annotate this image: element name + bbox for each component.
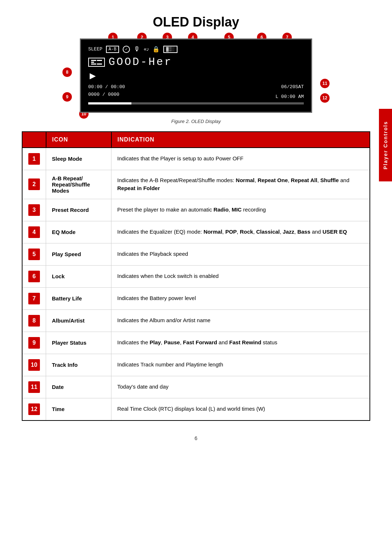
row-number-cell: 5	[22, 243, 46, 265]
table-header-icon: ICON	[46, 132, 111, 148]
music-waves: «♪	[144, 46, 149, 52]
row-badge-2: 2	[28, 178, 40, 190]
oled-display-body: SLEEP A-B ✓ 🎙 «♪ 🔒 ▓▒░	[80, 38, 312, 113]
row-number-cell: 7	[22, 287, 46, 309]
row-indication-cell: Real Time Clock (RTC) displays local (L)…	[111, 398, 370, 420]
mic-icon: 🎙	[134, 45, 140, 53]
play-status-icon: ▶	[90, 71, 304, 81]
row-badge-8: 8	[28, 315, 40, 327]
table-row: 12TimeReal Time Clock (RTC) displays loc…	[22, 398, 370, 420]
progress-fill	[88, 102, 131, 104]
track-count-info: 0000 / 0000	[88, 91, 125, 99]
row-number-cell: 11	[22, 376, 46, 398]
row-number-cell: 4	[22, 221, 46, 243]
table-row: 10Track InfoIndicates Track number and P…	[22, 354, 370, 376]
check-circle: ✓	[123, 46, 130, 53]
track-name-display: GOOD-Her	[109, 56, 172, 68]
clock-display: L 00:00 AM	[275, 93, 304, 101]
table-header-indication: INDICATION	[111, 132, 370, 148]
row-indication-cell: Today's date and day	[111, 376, 370, 398]
row-number-cell: 10	[22, 354, 46, 376]
num-9-indicator: 9	[62, 92, 72, 102]
row-name-cell: A-B Repeat/Repeat/ShuffleModes	[46, 170, 111, 199]
row-number-cell: 9	[22, 332, 46, 354]
date-display: 06/20SAT	[281, 83, 304, 91]
row-indication-cell: Indicates the A-B Repeat/Repeat/Shuffle …	[111, 170, 370, 199]
table-row: 6LockIndicates when the Lock switch is e…	[22, 265, 370, 287]
row-name-cell: Preset Record	[46, 199, 111, 221]
row-badge-6: 6	[28, 271, 40, 282]
page-title: OLED Display	[22, 15, 370, 30]
row-indication-cell: Indicates Track number and Playtime leng…	[111, 354, 370, 376]
side-tab: Player Controls	[379, 109, 392, 181]
table-row: 9Player StatusIndicates the Play, Pause,…	[22, 332, 370, 354]
table-row: 8Album/ArtistIndicates the Album and/or …	[22, 309, 370, 332]
display-row-2: GOOD-Her	[88, 56, 304, 68]
row-badge-12: 12	[28, 403, 40, 415]
table-row: 7Battery LifeIndicates the Battery power…	[22, 287, 370, 309]
row-badge-10: 10	[28, 359, 40, 371]
table-row: 3Preset RecordPreset the player to make …	[22, 199, 370, 221]
display-row-1: SLEEP A-B ✓ 🎙 «♪ 🔒 ▓▒░	[88, 45, 304, 53]
page-number: 6	[22, 435, 370, 441]
row-indication-cell: Indicates when the Lock switch is enable…	[111, 265, 370, 287]
row-badge-7: 7	[28, 293, 40, 304]
sleep-text: SLEEP	[88, 46, 102, 52]
row-name-cell: Battery Life	[46, 287, 111, 309]
table-header: ICON INDICATION	[22, 132, 370, 148]
row-indication-cell: Indicates that the Player is setup to au…	[111, 148, 370, 170]
battery-box: ▓▒░	[163, 46, 177, 53]
row-badge-4: 4	[28, 226, 40, 238]
row-indication-cell: Indicates the Playback speed	[111, 243, 370, 265]
row-number-cell: 1	[22, 148, 46, 170]
table-row: 5Play SpeedIndicates the Playback speed	[22, 243, 370, 265]
table-row: 2A-B Repeat/Repeat/ShuffleModesIndicates…	[22, 170, 370, 199]
row-indication-cell: Indicates the Play, Pause, Fast Forward …	[111, 332, 370, 354]
table-row: 1Sleep ModeIndicates that the Player is …	[22, 148, 370, 170]
lock-icon: 🔒	[152, 46, 160, 53]
row-number-cell: 3	[22, 199, 46, 221]
table-header-empty	[22, 132, 46, 148]
row-name-cell: EQ Mode	[46, 221, 111, 243]
page-wrapper: Player Controls OLED Display 1 2 3 4 5 6…	[0, 0, 392, 554]
row-name-cell: Sleep Mode	[46, 148, 111, 170]
row-indication-cell: Indicates the Battery power level	[111, 287, 370, 309]
row-indication-cell: Indicates the Equalizer (EQ) mode: Norma…	[111, 221, 370, 243]
row-name-cell: Time	[46, 398, 111, 420]
table-header-row: ICON INDICATION	[22, 132, 370, 148]
row-number-cell: 6	[22, 265, 46, 287]
row-name-cell: Date	[46, 376, 111, 398]
display-figure: 1 2 3 4 5 6 7 8 9 10 11 12 SLEEP A-B ✓ 🎙…	[69, 38, 323, 113]
row-name-cell: Player Status	[46, 332, 111, 354]
side-tab-label: Player Controls	[383, 121, 388, 169]
row-badge-5: 5	[28, 249, 40, 260]
row-name-cell: Play Speed	[46, 243, 111, 265]
progress-bar	[88, 102, 304, 104]
elapsed-total-time: 00:00 / 00:00	[88, 83, 125, 91]
icon-indication-table: ICON INDICATION 1Sleep ModeIndicates tha…	[22, 131, 370, 421]
album-icon	[88, 58, 105, 67]
row-name-cell: Track Info	[46, 354, 111, 376]
table-body: 1Sleep ModeIndicates that the Player is …	[22, 148, 370, 420]
num-8-indicator: 8	[62, 67, 72, 77]
row-number-cell: 2	[22, 170, 46, 199]
display-bottom-info: 00:00 / 00:00 0000 / 0000 06/20SAT L 00:…	[88, 83, 304, 101]
table-row: 4EQ ModeIndicates the Equalizer (EQ) mod…	[22, 221, 370, 243]
row-badge-3: 3	[28, 204, 40, 216]
ab-box: A-B	[106, 46, 119, 53]
num-11-indicator: 11	[320, 79, 330, 88]
row-indication-cell: Preset the player to make an automatic R…	[111, 199, 370, 221]
date-time-right: 06/20SAT L 00:00 AM	[275, 83, 304, 101]
table-row: 11DateToday's date and day	[22, 376, 370, 398]
row-number-cell: 12	[22, 398, 46, 420]
row-name-cell: Album/Artist	[46, 309, 111, 332]
row-badge-1: 1	[28, 153, 40, 165]
row-number-cell: 8	[22, 309, 46, 332]
row-name-cell: Lock	[46, 265, 111, 287]
row-badge-9: 9	[28, 337, 40, 349]
row-indication-cell: Indicates the Album and/or Artist name	[111, 309, 370, 332]
num-12-indicator: 12	[320, 93, 330, 103]
time-left-info: 00:00 / 00:00 0000 / 0000	[88, 83, 125, 101]
row-badge-11: 11	[28, 381, 40, 393]
figure-caption: Figure 2. OLED Display	[22, 119, 370, 124]
